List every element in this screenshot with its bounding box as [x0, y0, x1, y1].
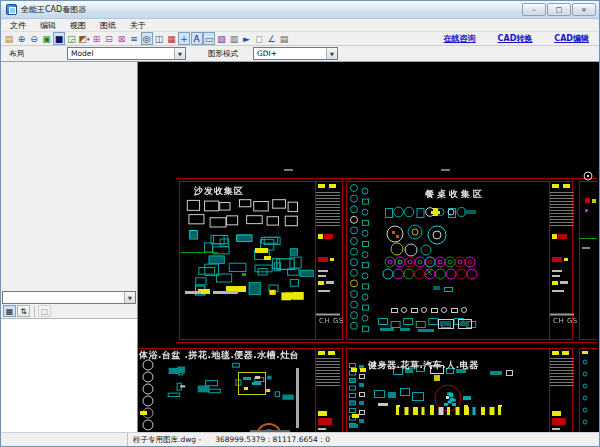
palette-button[interactable]: ◩▾ [78, 32, 90, 45]
palette-icon: ◩ [78, 33, 87, 45]
link-cad-edit[interactable]: CAD编辑 [554, 33, 589, 44]
viewport-tiles-icon: ◫ [155, 33, 164, 45]
measure-angle-icon: ∠ [267, 33, 275, 45]
titleblock-label-dining: CH GS [553, 317, 578, 325]
sort-alphabetical-button[interactable]: ⇅ [17, 305, 30, 317]
cad-drawing-canvas [138, 62, 598, 432]
section-title-bath: 体浴.台盆 .拼花.地毯.便器.水槽.灶台 [139, 349, 299, 362]
zoom-extents-icon: ▣ [42, 33, 51, 45]
left-panel: ▼ ▦⇅□ [1, 62, 138, 432]
status-coordinates: 368999.5379 : 81117.6654 : 0 [215, 435, 330, 444]
copy-icon: ▤ [280, 33, 289, 45]
app-window: 全能王CAD看图器 – □ × 文件编辑视图图纸关于 ▤⊕⊖▣■◲◩▾⊞⊟⊠≡◎… [0, 0, 600, 447]
cad-viewport[interactable]: 沙发收集区 餐桌收集区 体浴.台盆 .拼花.地毯.便器.水槽.灶台 健身器.花草… [138, 62, 599, 432]
link-online-consult[interactable]: 在线咨询 [444, 33, 476, 44]
measure-icon: ▭ [205, 33, 214, 45]
zoom-out-button[interactable]: ⊖ [28, 32, 40, 45]
print-button[interactable]: ▥ [228, 32, 240, 45]
select-icon: ► [243, 33, 250, 45]
graphics-mode-label: 图形模式 [186, 49, 253, 59]
measure-angle-button[interactable]: ∠ [266, 32, 278, 45]
toolbar-links: 在线咨询CAD转换CAD编辑 [422, 33, 597, 44]
link-cad-convert[interactable]: CAD转换 [498, 33, 533, 44]
line-width-icon: ▧ [217, 33, 226, 45]
app-icon [6, 4, 17, 15]
detail-page-icon: □ [41, 307, 49, 316]
property-filter-combobox[interactable]: ▼ [2, 291, 136, 304]
layer-list-icon: ≡ [130, 33, 138, 45]
layer-colors-button[interactable]: ▦ [166, 32, 178, 45]
layer-colors-icon: ▦ [167, 33, 176, 45]
menu-sheet[interactable]: 图纸 [93, 19, 123, 32]
toolbar-separator [34, 306, 35, 317]
layer-list-button[interactable]: ≡ [128, 32, 140, 45]
text-toggle-button[interactable]: A [191, 32, 203, 45]
property-filter-value [3, 292, 124, 303]
orbit-button[interactable]: ◎ [141, 32, 153, 45]
prev-view-icon: ⊞ [93, 33, 101, 45]
prev-view-button[interactable]: ⊞ [91, 32, 103, 45]
chevron-down-icon[interactable]: ▼ [124, 292, 135, 303]
panel-empty-area [1, 62, 137, 291]
zoom-window-icon: ◻ [255, 33, 262, 45]
detail-page-button: □ [38, 305, 51, 317]
minimize-button[interactable]: – [522, 3, 546, 16]
chevron-down-icon: ▾ [87, 33, 90, 45]
open-file-button[interactable]: ▤ [3, 32, 15, 45]
select-button[interactable]: ► [241, 32, 253, 45]
text-toggle-icon: A [193, 33, 199, 45]
zoom-extents-button[interactable]: ▣ [41, 32, 53, 45]
status-filename: 程子专用图库.dwg - [133, 435, 201, 445]
window-title: 全能王CAD看图器 [21, 4, 86, 15]
layout-bar: 布局 Model ▼ 图形模式 GDI+ ▼ [1, 46, 599, 62]
menu-view[interactable]: 视图 [63, 19, 93, 32]
chevron-down-icon[interactable]: ▼ [326, 48, 337, 59]
layout-label: 布局 [1, 49, 67, 59]
viewport-tiles-button[interactable]: ◫ [153, 32, 165, 45]
status-main-cell: 程子专用图库.dwg - 368999.5379 : 81117.6654 : … [128, 433, 599, 446]
categorized-icon: ▦ [6, 307, 14, 316]
orbit-icon: ◎ [143, 33, 151, 45]
graphics-mode-combobox[interactable]: GDI+ ▼ [253, 47, 338, 60]
menu-edit[interactable]: 编辑 [33, 19, 63, 32]
layout-combobox[interactable]: Model ▼ [67, 47, 186, 60]
section-title-dining: 餐桌收集区 [425, 188, 485, 201]
background-toggle-icon: ■ [55, 33, 64, 45]
window-controls: – □ × [521, 3, 596, 16]
titleblock-label-sofa: CH GS [319, 317, 344, 325]
menu-bar: 文件编辑视图图纸关于 [1, 19, 599, 32]
graphics-mode-value: GDI+ [254, 48, 326, 59]
zoom-window-button[interactable]: ◻ [253, 32, 265, 45]
mirror-view-icon: ⊠ [118, 33, 126, 45]
measure-button[interactable]: ▭ [203, 32, 215, 45]
categorized-button[interactable]: ▦ [3, 305, 16, 317]
title-bar: 全能王CAD看图器 – □ × [1, 1, 599, 19]
zoom-in-button[interactable]: ⊕ [16, 32, 28, 45]
menu-file[interactable]: 文件 [3, 19, 33, 32]
next-view-icon: ⊟ [105, 33, 113, 45]
toolbar-buttons: ▤⊕⊖▣■◲◩▾⊞⊟⊠≡◎◫▦+A▭▧▥►◻∠▤ [3, 32, 291, 45]
line-width-button[interactable]: ▧ [216, 32, 228, 45]
maximize-button[interactable]: □ [547, 3, 571, 16]
section-title-fitness: 健身器.花草.汽车.人.电器 [368, 359, 479, 372]
property-toolbar: ▦⇅□ [1, 304, 137, 318]
chevron-down-icon[interactable]: ▼ [174, 48, 185, 59]
layout-combobox-value: Model [68, 48, 174, 59]
section-title-sofa: 沙发收集区 [194, 185, 244, 198]
status-left-cell [1, 433, 128, 446]
print-icon: ▥ [230, 33, 239, 45]
background-toggle-button[interactable]: ■ [53, 32, 65, 45]
zoom-out-icon: ⊖ [30, 33, 38, 45]
close-button[interactable]: × [572, 3, 596, 16]
open-file-icon: ▤ [5, 33, 14, 45]
pan-button[interactable]: + [178, 32, 190, 45]
menu-about[interactable]: 关于 [123, 19, 153, 32]
status-bar: 程子专用图库.dwg - 368999.5379 : 81117.6654 : … [1, 432, 599, 446]
property-list[interactable] [1, 318, 137, 432]
copy-button[interactable]: ▤ [278, 32, 290, 45]
regen-view-button[interactable]: ◲ [66, 32, 78, 45]
mirror-view-button[interactable]: ⊠ [116, 32, 128, 45]
pan-icon: + [180, 33, 188, 45]
next-view-button[interactable]: ⊟ [103, 32, 115, 45]
sort-alphabetical-icon: ⇅ [20, 307, 27, 316]
